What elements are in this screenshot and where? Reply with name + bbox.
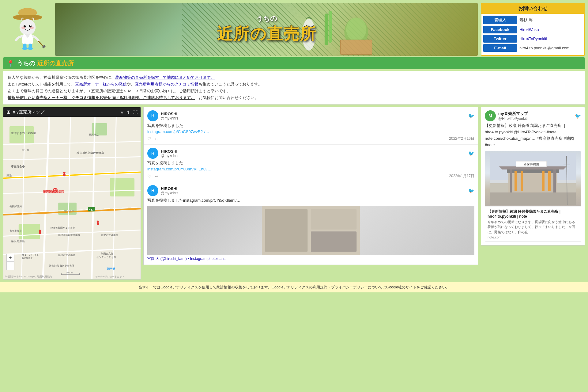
tweet-mymap-handle: @Hiro4ToPyonkiti	[498, 116, 572, 121]
contact-value-twitter[interactable]: Hiro4ToPyonkiti	[519, 36, 547, 41]
svg-text:500 m: 500 m	[66, 271, 73, 274]
tweet-mymap-text: 【更新情報】綾瀬 鈴保養鶏園たまご直売所 ｜ hiro4.to.pyonkiti…	[485, 123, 581, 148]
tweet-image-caption-box: 【更新情報】綾瀬 鈴保養鶏園たまご直売所 | hiro4.to.pyonkiti…	[485, 206, 581, 242]
tweet-2-date: 2022年1月17日	[449, 173, 474, 179]
site-title-prefix: うちの	[17, 60, 35, 67]
contact-box: お問い合わせ 管理人 若杉 廊 Facebook Hiro4Waka Twitt…	[481, 3, 585, 56]
twitter-bird-icon-mymap: 🐦	[575, 113, 581, 119]
header: うちの 近所の直売所 お問い合わせ 管理人 若杉 廊 Facebook Hiro…	[0, 0, 588, 57]
svg-text:綾瀬すぎの子幼稚園: 綾瀬すぎの子幼稚園	[11, 131, 36, 135]
svg-point-21	[346, 17, 366, 41]
tweet-mymap-name: my直売所マップ	[498, 111, 572, 116]
tweet-caption-title: 【更新情報】綾瀬 鈴保養鶏園たまご直売所 | hiro4.to.pyonkiti…	[488, 209, 578, 219]
twitter-bird-icon-2: 🐦	[468, 150, 474, 156]
contact-row-facebook: Facebook Hiro4Waka	[483, 26, 582, 33]
svg-text:467: 467	[89, 208, 94, 211]
contact-invite: お気軽にお問い合わせください。	[199, 95, 258, 100]
tweet-3-text: 写真を投稿しましたinstagram.com/p/CYi5qKllamI/…	[147, 197, 474, 204]
map-expand-icon[interactable]: ⊞	[6, 109, 10, 115]
desc-para3: あくまで趣味の範囲での運営となりますが、＜直売所の販売促進＞や、＜日常のお買い物…	[8, 88, 580, 94]
link-review[interactable]: 直売所利用者様からのクチコミ情報	[135, 82, 198, 86]
contact-label-twitter: Twitter	[483, 35, 517, 43]
contact-row-admin: 管理人 若杉 廊	[483, 16, 582, 24]
map-share-icon[interactable]: ⬆	[126, 110, 130, 115]
map-panel: ⊞ my直売所マップ ★ ⬆ ⛶	[3, 107, 141, 280]
svg-text:キーボードショートカット: キーボードショートカット	[95, 275, 124, 278]
svg-rect-95	[542, 171, 545, 191]
tweet-2-like-icon[interactable]: ♡	[147, 174, 151, 179]
tweet-1-actions: ♡ ↩ 2022年2月16日	[147, 136, 474, 141]
svg-rect-87	[490, 192, 576, 205]
svg-text:神奈川県 藤沢北警察署: 神奈川県 藤沢北警察署	[49, 265, 74, 267]
tweet-2: H HIROSHI @myknhrs 🐦 写真を投稿しました instagram…	[144, 145, 478, 182]
tweet-1-name: HIROSHI	[161, 112, 466, 116]
map-title: my直売所マップ	[13, 109, 118, 115]
desc-contact-request: 情報発信したい直売所オーナー様、クチコミ情報をお寄せ頂ける利用者様、ご連絡お待ち…	[8, 94, 580, 101]
tweet-2-handle: @myknhrs	[161, 154, 466, 158]
svg-rect-82	[311, 209, 356, 230]
tweet-mymap-avatar: M	[485, 110, 496, 121]
contact-title: お問い合わせ	[481, 4, 584, 14]
site-desc-bar: 📍 うちの 近所の直売所	[3, 57, 585, 69]
tweet-3-user: HIROSHI @myknhrs	[161, 186, 466, 195]
svg-rect-30	[110, 178, 134, 197]
tweet-1-header: H HIROSHI @myknhrs 🐦	[147, 110, 474, 121]
map-star-icon[interactable]: ★	[120, 110, 124, 115]
svg-rect-19	[329, 11, 332, 43]
link-map[interactable]: 農産物等の直売所を探索して地図にまとめております。	[115, 75, 215, 80]
svg-text:藤沢湘南台病院: 藤沢湘南台病院	[43, 190, 65, 193]
tweet-mymap-image: 鈴保養鶏園	[485, 151, 581, 206]
svg-text:綾瀬養鶏園たまご直売: 綾瀬養鶏園たまご直売	[50, 226, 75, 229]
banner-title: うちの 近所の直売所	[217, 14, 316, 45]
tweet-2-actions: ♡ ↩ 2022年1月17日	[147, 173, 474, 179]
tweet-caption-text: 今年初めての更新になります。長後駅に向かう途中にある看板が気になっておりまして、…	[488, 219, 578, 235]
mascot-icon	[6, 8, 49, 51]
svg-rect-83	[311, 231, 356, 252]
tweet-1: H HIROSHI @myknhrs 🐦 写真を投稿しました instagram…	[144, 107, 478, 145]
tweet-1-like-icon[interactable]: ♡	[147, 136, 151, 141]
banner-subtitle: うちの	[217, 14, 316, 23]
tweet-1-link[interactable]: instagram.com/p/CaCS07wvR2-/…	[147, 129, 209, 134]
map-zoom-controls: + −	[6, 254, 14, 270]
map-toolbar: ⊞ my直売所マップ ★ ⬆ ⛶	[3, 107, 141, 117]
tweet-2-retweet-icon[interactable]: ↩	[155, 174, 159, 179]
svg-rect-94	[521, 171, 523, 191]
tweet-1-avatar: H	[147, 110, 158, 121]
tweet-1-text: 写真を投稿しました instagram.com/p/CaCS07wvR2-/…	[147, 123, 474, 135]
footer-text: 当サイトではGoogleアナリティクスを使用して統計情報の収集をしております。G…	[138, 285, 450, 289]
link-owner[interactable]: 直売所オーナー様からの発信	[75, 82, 127, 86]
contact-value-facebook[interactable]: Hiro4Waka	[519, 27, 539, 32]
contact-label-admin: 管理人	[483, 16, 517, 24]
tweet-2-link[interactable]: instagram.com/p/CY08mVKF1hQ/…	[147, 167, 212, 171]
tweet-3: H HIROSHI @myknhrs 🐦 写真を投稿しましたinstagram.…	[144, 182, 478, 265]
contact-row-email: E-mail hiro4.to.pyonkiti@gmail.com	[483, 44, 582, 52]
svg-text:©地図データ©2022 Google、地図利用規約: ©地図データ©2022 Google、地図利用規約	[5, 275, 52, 278]
tweet-mymap-user: my直売所マップ @Hiro4ToPyonkiti	[498, 111, 572, 121]
desc-para1: 個人的な興味から、神奈川県藤沢市の御所見地区を中心に、農産物等の直売所を探索して…	[8, 74, 580, 81]
svg-text:長後郵便局: 長後郵便局	[9, 205, 22, 208]
map-zoom-out[interactable]: −	[6, 262, 14, 270]
svg-rect-96	[548, 171, 551, 191]
svg-text:藤沢高等自動車学校: 藤沢高等自動車学校	[58, 234, 80, 237]
svg-text:藤沢厚木: 藤沢厚木	[64, 210, 74, 212]
tweet-caption-source: note.com	[488, 235, 578, 239]
tweet-mymap-image-container: 鈴保養鶏園 【更新情報】綾瀬 鈴保養鶏園たまご直売所 | hiro4.to.py…	[485, 151, 581, 242]
tweet-3-caption[interactable]: 宮園 大 (@hiroshi_farm) • Instagram photos …	[147, 256, 474, 261]
map-fullscreen-icon[interactable]: ⛶	[133, 110, 138, 115]
contact-table: 管理人 若杉 廊 Facebook Hiro4Waka Twitter Hiro…	[481, 14, 584, 55]
svg-text:横浜市立: 横浜市立	[89, 133, 99, 136]
map-zoom-in[interactable]: +	[6, 254, 14, 262]
mascot-area	[3, 3, 52, 56]
banner-main-title: 近所の直売所	[217, 23, 316, 45]
map-area[interactable]: 県道 藤沢厚木 綾瀬すぎの子幼稚園 南公園 横浜市立 市立落合小 神奈川県立藤沢…	[3, 117, 141, 279]
svg-text:センターこども館: センターこども館	[96, 256, 116, 259]
location-icon: 📍	[7, 60, 14, 67]
svg-text:藤沢葛原店: 藤沢葛原店	[11, 240, 25, 243]
contact-request-link[interactable]: 情報発信したい直売所オーナー様、クチコミ情報をお寄せ頂ける利用者様、ご連絡お待ち…	[8, 95, 195, 100]
twitter-feed-2: M my直売所マップ @Hiro4ToPyonkiti 🐦 【更新情報】綾瀬 鈴…	[481, 107, 585, 245]
tweet-1-retweet-icon[interactable]: ↩	[155, 136, 159, 141]
tweet-3-avatar: H	[147, 185, 158, 196]
map-svg: 県道 藤沢厚木 綾瀬すぎの子幼稚園 南公園 横浜市立 市立落合小 神奈川県立藤沢…	[3, 117, 141, 279]
svg-point-14	[28, 47, 33, 50]
contact-row-twitter: Twitter Hiro4ToPyonkiti	[483, 35, 582, 43]
